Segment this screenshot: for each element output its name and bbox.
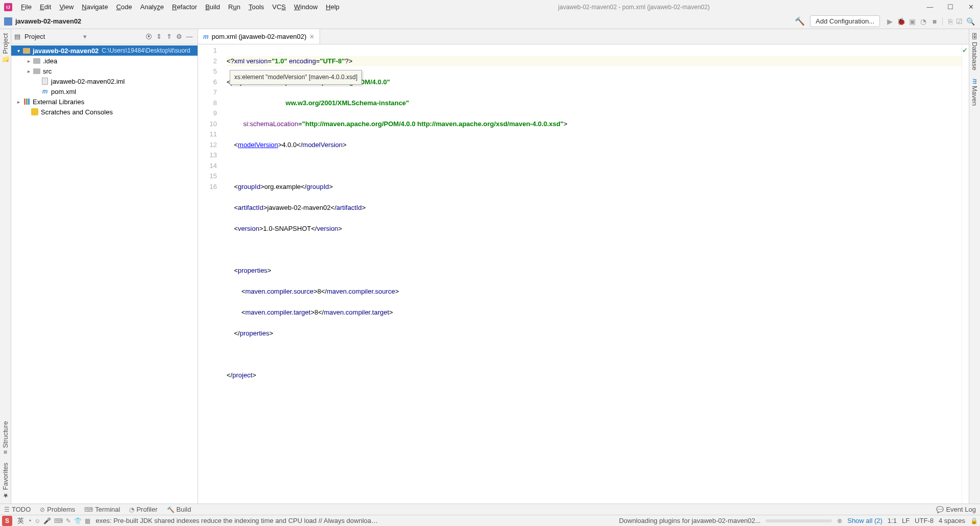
- progress-bar: [766, 519, 832, 522]
- chevron-right-icon[interactable]: ▸: [24, 68, 33, 74]
- navigation-toolbar: javaweb-02-maven02 🔨 Add Configuration..…: [0, 14, 980, 29]
- folder-icon: [33, 67, 41, 75]
- tree-item-scratches[interactable]: Scratches and Consoles: [11, 107, 198, 117]
- tree-item-external-libraries[interactable]: ▸ External Libraries: [11, 97, 198, 107]
- hide-icon[interactable]: —: [184, 33, 194, 40]
- main-area: 📁Project ≡Structure ★Favorites ▤ Project…: [0, 29, 980, 504]
- inspection-gutter[interactable]: ✔: [962, 44, 969, 504]
- tree-label: External Libraries: [33, 98, 84, 106]
- code-editor[interactable]: <?xml version="1.0" encoding="UTF-8"?> <…: [227, 44, 962, 504]
- structure-tool-button[interactable]: ≡Structure: [2, 417, 9, 458]
- file-encoding[interactable]: UTF-8: [915, 517, 934, 524]
- ime-toolbar[interactable]: •☺🎤⌨✎👕▦: [29, 517, 90, 524]
- status-downloading: Downloading plugins for javaweb-02-maven…: [619, 517, 761, 524]
- collapse-all-icon[interactable]: ⇑: [164, 33, 174, 40]
- menu-navigate[interactable]: Navigate: [78, 2, 111, 12]
- build-icon[interactable]: 🔨: [795, 16, 805, 26]
- ime-lang[interactable]: 英: [17, 516, 24, 525]
- run-configuration[interactable]: Add Configuration...: [810, 15, 880, 27]
- tree-item-src[interactable]: ▸ src: [11, 66, 198, 76]
- scratch-icon: [31, 108, 39, 116]
- project-tool-button[interactable]: 📁Project: [2, 29, 9, 68]
- stop-icon[interactable]: ■: [929, 17, 940, 26]
- chevron-down-icon[interactable]: ▾: [83, 33, 87, 40]
- project-panel: ▤ Project ▾ ⦿ ⇕ ⇑ ⚙ — ▾ javaweb-02-maven…: [11, 29, 198, 504]
- project-panel-title[interactable]: Project: [24, 33, 81, 40]
- module-icon: [4, 17, 12, 26]
- terminal-tool-button[interactable]: ⌨Terminal: [84, 506, 120, 513]
- chevron-right-icon[interactable]: ▸: [24, 58, 33, 64]
- project-view-icon: ▤: [14, 33, 22, 41]
- menu-code[interactable]: Code: [113, 2, 136, 12]
- menu-refactor[interactable]: Refactor: [168, 2, 201, 12]
- profile-icon[interactable]: ◔: [918, 17, 929, 26]
- line-separator[interactable]: LF: [902, 517, 910, 524]
- chevron-down-icon[interactable]: ▾: [14, 48, 22, 54]
- lock-icon[interactable]: 🔒: [970, 517, 978, 524]
- tree-item-pom[interactable]: m pom.xml: [11, 86, 198, 97]
- project-tree[interactable]: ▾ javaweb-02-maven02 C:\Users\19484\Desk…: [11, 44, 198, 504]
- tree-item-idea[interactable]: ▸ .idea: [11, 56, 198, 66]
- build-tool-button[interactable]: 🔨Build: [167, 506, 191, 513]
- vcs-commit-icon[interactable]: ☑: [953, 17, 965, 26]
- coverage-icon[interactable]: ▣: [906, 17, 918, 26]
- tree-label: pom.xml: [51, 88, 76, 95]
- editor-body[interactable]: 1 2 5 6 7 8 9 10 11 12 13 14 15 16 <?xml…: [198, 44, 969, 504]
- run-icon[interactable]: ▶: [884, 17, 895, 26]
- event-log-button[interactable]: 💬Event Log: [936, 506, 976, 513]
- right-tool-rail: 🗄Database mMaven: [969, 29, 980, 504]
- indent-setting[interactable]: 4 spaces: [939, 517, 965, 524]
- menu-vcs[interactable]: VCS: [268, 2, 289, 12]
- folder-icon: [22, 46, 31, 55]
- bottom-tool-tabs: ☰TODO ⊘Problems ⌨Terminal ◔Profiler 🔨Bui…: [0, 504, 980, 515]
- close-button[interactable]: ✕: [966, 2, 976, 12]
- gear-icon[interactable]: ⚙: [174, 33, 184, 40]
- problems-tool-button[interactable]: ⊘Problems: [40, 506, 75, 513]
- menu-bar: File Edit View Navigate Code Analyze Ref…: [17, 2, 343, 12]
- menu-file[interactable]: File: [17, 2, 35, 12]
- chevron-right-icon[interactable]: ▸: [14, 99, 22, 105]
- left-tool-rail: 📁Project ≡Structure ★Favorites: [0, 29, 11, 504]
- tree-item-iml[interactable]: javaweb-02-maven02.iml: [11, 76, 198, 86]
- maven-icon: m: [203, 33, 209, 40]
- show-all-link[interactable]: Show all (2): [847, 517, 883, 524]
- todo-tool-button[interactable]: ☰TODO: [4, 506, 31, 513]
- menu-run[interactable]: Run: [225, 2, 244, 12]
- search-everywhere-icon[interactable]: 🔍: [965, 17, 976, 26]
- close-icon[interactable]: ✕: [309, 33, 314, 40]
- menu-tools[interactable]: Tools: [245, 2, 267, 12]
- tree-path: C:\Users\19484\Desktop\it\suord: [102, 47, 190, 54]
- menu-edit[interactable]: Edit: [36, 2, 55, 12]
- maximize-button[interactable]: ☐: [945, 2, 955, 12]
- maven-tool-button[interactable]: mMaven: [971, 75, 978, 110]
- ime-icon[interactable]: S: [2, 516, 12, 526]
- tree-label: .idea: [43, 57, 57, 65]
- status-notification-indexes[interactable]: exes: Pre-built JDK shared indexes reduc…: [95, 517, 381, 524]
- title-bar: IJ File Edit View Navigate Code Analyze …: [0, 0, 980, 14]
- editor-tabs: m pom.xml (javaweb-02-maven02) ✕: [198, 29, 969, 44]
- tree-root[interactable]: ▾ javaweb-02-maven02 C:\Users\19484\Desk…: [11, 45, 198, 56]
- caret-position[interactable]: 1:1: [888, 517, 897, 524]
- cancel-icon[interactable]: ⊗: [837, 517, 842, 524]
- debug-icon[interactable]: 🐞: [895, 17, 906, 26]
- project-panel-header: ▤ Project ▾ ⦿ ⇕ ⇑ ⚙ —: [11, 29, 198, 44]
- menu-build[interactable]: Build: [202, 2, 224, 12]
- favorites-tool-button[interactable]: ★Favorites: [2, 459, 9, 504]
- tree-label: Scratches and Consoles: [41, 108, 113, 116]
- menu-view[interactable]: View: [56, 2, 77, 12]
- menu-analyze[interactable]: Analyze: [137, 2, 167, 12]
- breadcrumb[interactable]: javaweb-02-maven02: [15, 17, 81, 25]
- editor-tab-pom[interactable]: m pom.xml (javaweb-02-maven02) ✕: [198, 29, 320, 44]
- profiler-tool-button[interactable]: ◔Profiler: [129, 506, 157, 513]
- menu-help[interactable]: Help: [322, 2, 343, 12]
- vcs-pull-icon[interactable]: ⎘: [942, 17, 953, 26]
- minimize-button[interactable]: —: [925, 2, 935, 12]
- tree-label: javaweb-02-maven02.iml: [51, 78, 125, 85]
- expand-all-icon[interactable]: ⇕: [154, 33, 164, 40]
- menu-window[interactable]: Window: [290, 2, 321, 12]
- file-icon: [41, 77, 49, 85]
- database-tool-button[interactable]: 🗄Database: [971, 29, 978, 75]
- editor-area: m pom.xml (javaweb-02-maven02) ✕ 1 2 5 6…: [198, 29, 969, 504]
- locate-icon[interactable]: ⦿: [143, 33, 154, 40]
- inspection-ok-icon[interactable]: ✔: [962, 46, 968, 54]
